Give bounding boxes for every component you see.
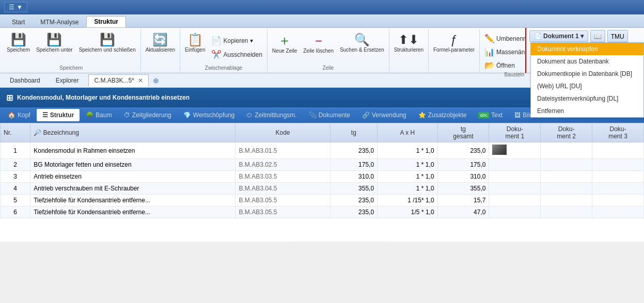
table-row[interactable]: 6 Tiefziehfolie für Kondensantrieb entfe… — [1, 206, 644, 218]
ausschneiden-icon: ✂️ — [211, 50, 222, 59]
neue-zeile-label: Neue Zeile — [272, 48, 297, 54]
doc-dropdown-icon: 📄 — [534, 33, 542, 40]
col-dok2: Doku-ment 2 — [541, 123, 592, 142]
nav-tab-cmab3k-label: C.M.AB3K...5* — [94, 77, 134, 84]
einfuegen-icon: 📋 — [187, 34, 203, 46]
zeile-group-label: Zeile — [322, 65, 334, 72]
title-bar: ☰ ▼ — [0, 0, 644, 14]
doc-menu-item-3[interactable]: (Web) URL [DU] — [531, 80, 643, 92]
aktualisieren-button[interactable]: 🔄 Aktualisieren — [143, 32, 178, 55]
massenaenderung-icon: 📊 — [484, 47, 495, 57]
neue-zeile-button[interactable]: ＋ Neue Zeile — [270, 32, 300, 56]
table-row[interactable]: 4 Antrieb verschrauben mit E-Schrauber B… — [1, 183, 644, 195]
formelparameter-icon: ƒ — [450, 34, 457, 46]
tab-mtm-analyse[interactable]: MTM-Analyse — [33, 16, 86, 27]
save-button[interactable]: 💾 Speichern — [4, 32, 33, 55]
tab-start[interactable]: Start — [4, 16, 33, 27]
table-row[interactable]: 1 Kondensmodul in Rahmen einsetzen B.M.A… — [1, 142, 644, 159]
sub-tab-zeitgliederung[interactable]: ⏱ Zeitgliederung — [118, 109, 177, 121]
formelparameter-button[interactable]: ƒ Formel-parameter — [431, 32, 477, 55]
nav-add-button[interactable]: ⊕ — [153, 76, 159, 85]
suchen-ersetzen-button[interactable]: 🔍 Suchen & Ersetzen — [337, 32, 387, 55]
zeile-loeschen-button[interactable]: － Zeile löschen — [301, 32, 336, 56]
doc-menu-item-4[interactable]: Dateisystemverknüpfung [DL] — [531, 92, 643, 105]
zeitgliederung-label: Zeitgliederung — [132, 111, 171, 119]
sub-tab-text[interactable]: abc Text — [473, 109, 508, 121]
col-dok3: Doku-ment 3 — [592, 123, 644, 142]
formelparameter-buttons: ƒ Formel-parameter — [431, 30, 477, 71]
doc-dropdown-button[interactable]: 📄 Dokument 1 ▾ — [529, 30, 588, 42]
tab-struktur[interactable]: Struktur — [86, 16, 126, 27]
col-nr: Nr. — [1, 123, 30, 142]
zusatzobjekte-icon: ⭐ — [418, 111, 426, 119]
save-close-button[interactable]: 💾 Speichern und schließen — [76, 32, 138, 55]
doc-book-icon: 📖 — [594, 33, 602, 40]
einfuegen-button[interactable]: 📋 Einfügen — [182, 32, 208, 55]
sub-tab-struktur[interactable]: ☰ Struktur — [37, 109, 80, 121]
einfuegen-label: Einfügen — [185, 47, 205, 53]
wertschoepfung-icon: 💎 — [183, 111, 191, 119]
save-under-label: Speichern unter — [36, 47, 73, 53]
doc-menu-item-1[interactable]: Dokument aus Datenbank — [531, 55, 643, 68]
table-row[interactable]: 2 BG Motorlager fetten und einsetzen B.M… — [1, 159, 644, 171]
neue-zeile-icon: ＋ — [278, 34, 291, 47]
doc-dropdown-menu: Dokument verknüpfen Dokument aus Datenba… — [530, 42, 644, 118]
sub-tab-zeitmittlungsm[interactable]: ⏲ Zeitmittlungsm. — [241, 109, 302, 121]
sub-tab-zusatzobjekte[interactable]: ⭐ Zusatzobjekte — [413, 109, 473, 121]
kopieren-button[interactable]: 📄 Kopieren ▾ — [209, 34, 264, 47]
nav-tab-dashboard[interactable]: Dashboard — [4, 74, 46, 87]
col-tg-gesamt: tggesamt — [437, 123, 489, 142]
speichern-group-label: Speichern — [59, 65, 83, 72]
aktualisieren-buttons: 🔄 Aktualisieren — [143, 30, 178, 71]
dokumente-icon: 📎 — [309, 111, 317, 119]
col-dok1: Doku-ment 1 — [489, 123, 541, 142]
dok1-thumbnail — [492, 145, 507, 155]
ribbon: 💾 Speichern 💾 Speichern unter 💾 Speicher… — [0, 28, 644, 73]
zusatzobjekte-label: Zusatzobjekte — [428, 111, 467, 119]
table-row[interactable]: 5 Tiefziehfolie für Kondensantrieb entfe… — [1, 195, 644, 206]
sub-tab-wertschoepfung[interactable]: 💎 Wertschöpfung — [178, 109, 241, 121]
doc-tmu-label: TMU — [611, 33, 624, 40]
col-tg: tg — [330, 123, 378, 142]
strukturieren-icon: ⬆⬇ — [398, 34, 419, 46]
sub-tab-baum[interactable]: 🌳 Baum — [80, 109, 117, 121]
sub-tab-kopf[interactable]: 🏠 Kopf — [2, 109, 36, 121]
ribbon-group-zeile: ＋ Neue Zeile － Zeile löschen 🔍 Suchen & … — [268, 29, 389, 72]
doc-tmu-button[interactable]: TMU — [607, 30, 628, 42]
app-menu-icon: ☰ — [9, 4, 14, 11]
doc-book-button[interactable]: 📖 — [590, 30, 605, 42]
nav-close-icon[interactable]: ✕ — [138, 77, 143, 84]
doc-menu-item-2[interactable]: Dokumentkopie in Datenbank [DB] — [531, 68, 643, 80]
doc-menu-item-0[interactable]: Dokument verknüpfen — [531, 43, 643, 55]
zeitmittlungsm-icon: ⏲ — [246, 111, 253, 119]
ausschneiden-button[interactable]: ✂️ Ausschneiden — [209, 48, 264, 61]
aktualisieren-label: Aktualisieren — [146, 47, 175, 53]
oeffnen-icon: 📂 — [484, 60, 495, 70]
zeile-loeschen-icon: － — [312, 34, 325, 47]
suchen-ersetzen-label: Suchen & Ersetzen — [340, 47, 384, 53]
zeitmittlungsm-label: Zeitmittlungsm. — [255, 111, 296, 119]
table-row[interactable]: 3 Antrieb einsetzen B.M.AB3.03.5 310,0 1… — [1, 171, 644, 183]
save-under-button[interactable]: 💾 Speichern unter — [34, 32, 75, 55]
app-menu-arrow: ▼ — [17, 4, 23, 11]
doc-toolbar: 📄 Dokument 1 ▾ 📖 TMU Dokument verknüpfen… — [525, 28, 644, 73]
struktur-icon: ☰ — [42, 111, 48, 119]
page-title: Kondensmodul, Motorlager und Kondensantr… — [17, 94, 190, 101]
table-area: Nr. 🔎 Bezeichnung Kode tg A x H tggesamt… — [0, 123, 644, 218]
nav-tab-explorer[interactable]: Explorer — [50, 74, 85, 87]
zeile-loeschen-label: Zeile löschen — [303, 48, 334, 54]
zeitgliederung-icon: ⏱ — [124, 111, 130, 119]
col-bezeichnung: 🔎 Bezeichnung — [30, 123, 235, 142]
wertschoepfung-label: Wertschöpfung — [193, 111, 235, 119]
nav-tab-cmab3k[interactable]: C.M.AB3K...5* ✕ — [88, 74, 149, 87]
baum-icon: 🌳 — [86, 111, 93, 119]
doc-menu-item-5[interactable]: Entfernen — [531, 105, 643, 117]
save-icon: 💾 — [11, 34, 26, 46]
app-menu-button[interactable]: ☰ ▼ — [4, 2, 27, 12]
struktur-label: Struktur — [50, 111, 74, 119]
strukturieren-button[interactable]: ⬆⬇ Strukturieren — [391, 32, 426, 55]
sub-tab-verwendung[interactable]: 🔗 Verwendung — [356, 109, 412, 121]
sub-tab-dokumente[interactable]: 📎 Dokumente — [303, 109, 356, 121]
ribbon-group-formelparameter: ƒ Formel-parameter — [429, 29, 480, 72]
col-axh: A x H — [378, 123, 437, 142]
